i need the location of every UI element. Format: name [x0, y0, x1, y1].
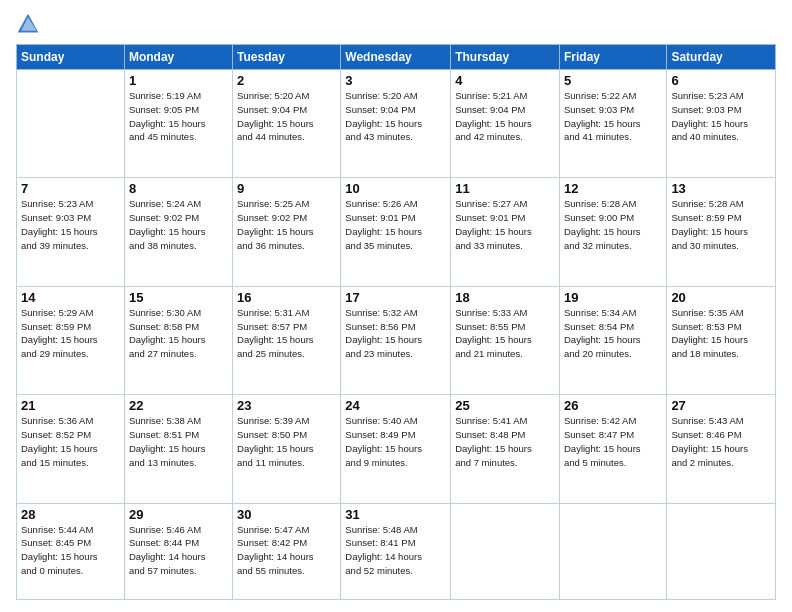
day-number: 3 — [345, 73, 446, 88]
day-number: 29 — [129, 507, 228, 522]
weekday-header-tuesday: Tuesday — [233, 45, 341, 70]
day-info: Sunrise: 5:34 AMSunset: 8:54 PMDaylight:… — [564, 306, 662, 361]
weekday-header-friday: Friday — [559, 45, 666, 70]
calendar-cell: 27Sunrise: 5:43 AMSunset: 8:46 PMDayligh… — [667, 395, 776, 503]
day-number: 26 — [564, 398, 662, 413]
day-number: 18 — [455, 290, 555, 305]
day-number: 1 — [129, 73, 228, 88]
day-info: Sunrise: 5:41 AMSunset: 8:48 PMDaylight:… — [455, 414, 555, 469]
calendar-cell: 29Sunrise: 5:46 AMSunset: 8:44 PMDayligh… — [124, 503, 232, 599]
day-info: Sunrise: 5:23 AMSunset: 9:03 PMDaylight:… — [21, 197, 120, 252]
day-number: 25 — [455, 398, 555, 413]
calendar-cell: 23Sunrise: 5:39 AMSunset: 8:50 PMDayligh… — [233, 395, 341, 503]
calendar-cell: 24Sunrise: 5:40 AMSunset: 8:49 PMDayligh… — [341, 395, 451, 503]
day-info: Sunrise: 5:20 AMSunset: 9:04 PMDaylight:… — [237, 89, 336, 144]
day-info: Sunrise: 5:32 AMSunset: 8:56 PMDaylight:… — [345, 306, 446, 361]
weekday-header-sunday: Sunday — [17, 45, 125, 70]
calendar-cell: 2Sunrise: 5:20 AMSunset: 9:04 PMDaylight… — [233, 70, 341, 178]
calendar-cell: 18Sunrise: 5:33 AMSunset: 8:55 PMDayligh… — [451, 286, 560, 394]
day-info: Sunrise: 5:33 AMSunset: 8:55 PMDaylight:… — [455, 306, 555, 361]
weekday-header-thursday: Thursday — [451, 45, 560, 70]
calendar-cell: 5Sunrise: 5:22 AMSunset: 9:03 PMDaylight… — [559, 70, 666, 178]
calendar-cell — [451, 503, 560, 599]
day-info: Sunrise: 5:36 AMSunset: 8:52 PMDaylight:… — [21, 414, 120, 469]
day-info: Sunrise: 5:31 AMSunset: 8:57 PMDaylight:… — [237, 306, 336, 361]
day-info: Sunrise: 5:38 AMSunset: 8:51 PMDaylight:… — [129, 414, 228, 469]
day-info: Sunrise: 5:44 AMSunset: 8:45 PMDaylight:… — [21, 523, 120, 578]
day-number: 19 — [564, 290, 662, 305]
day-info: Sunrise: 5:24 AMSunset: 9:02 PMDaylight:… — [129, 197, 228, 252]
logo — [16, 12, 44, 36]
calendar-cell: 10Sunrise: 5:26 AMSunset: 9:01 PMDayligh… — [341, 178, 451, 286]
day-info: Sunrise: 5:19 AMSunset: 9:05 PMDaylight:… — [129, 89, 228, 144]
day-number: 28 — [21, 507, 120, 522]
calendar-cell: 14Sunrise: 5:29 AMSunset: 8:59 PMDayligh… — [17, 286, 125, 394]
day-info: Sunrise: 5:23 AMSunset: 9:03 PMDaylight:… — [671, 89, 771, 144]
calendar-cell: 7Sunrise: 5:23 AMSunset: 9:03 PMDaylight… — [17, 178, 125, 286]
day-info: Sunrise: 5:43 AMSunset: 8:46 PMDaylight:… — [671, 414, 771, 469]
logo-icon — [16, 12, 40, 36]
header — [16, 12, 776, 36]
weekday-header-row: SundayMondayTuesdayWednesdayThursdayFrid… — [17, 45, 776, 70]
calendar-cell: 6Sunrise: 5:23 AMSunset: 9:03 PMDaylight… — [667, 70, 776, 178]
day-info: Sunrise: 5:47 AMSunset: 8:42 PMDaylight:… — [237, 523, 336, 578]
calendar-cell: 20Sunrise: 5:35 AMSunset: 8:53 PMDayligh… — [667, 286, 776, 394]
day-number: 11 — [455, 181, 555, 196]
calendar-cell: 16Sunrise: 5:31 AMSunset: 8:57 PMDayligh… — [233, 286, 341, 394]
day-info: Sunrise: 5:20 AMSunset: 9:04 PMDaylight:… — [345, 89, 446, 144]
calendar-cell — [667, 503, 776, 599]
day-number: 12 — [564, 181, 662, 196]
day-info: Sunrise: 5:39 AMSunset: 8:50 PMDaylight:… — [237, 414, 336, 469]
calendar-cell: 1Sunrise: 5:19 AMSunset: 9:05 PMDaylight… — [124, 70, 232, 178]
day-info: Sunrise: 5:22 AMSunset: 9:03 PMDaylight:… — [564, 89, 662, 144]
day-info: Sunrise: 5:26 AMSunset: 9:01 PMDaylight:… — [345, 197, 446, 252]
calendar-cell: 3Sunrise: 5:20 AMSunset: 9:04 PMDaylight… — [341, 70, 451, 178]
day-number: 10 — [345, 181, 446, 196]
day-number: 21 — [21, 398, 120, 413]
day-info: Sunrise: 5:30 AMSunset: 8:58 PMDaylight:… — [129, 306, 228, 361]
day-info: Sunrise: 5:35 AMSunset: 8:53 PMDaylight:… — [671, 306, 771, 361]
weekday-header-saturday: Saturday — [667, 45, 776, 70]
day-info: Sunrise: 5:27 AMSunset: 9:01 PMDaylight:… — [455, 197, 555, 252]
calendar-table: SundayMondayTuesdayWednesdayThursdayFrid… — [16, 44, 776, 600]
day-info: Sunrise: 5:21 AMSunset: 9:04 PMDaylight:… — [455, 89, 555, 144]
calendar-cell: 31Sunrise: 5:48 AMSunset: 8:41 PMDayligh… — [341, 503, 451, 599]
calendar-week-row: 21Sunrise: 5:36 AMSunset: 8:52 PMDayligh… — [17, 395, 776, 503]
day-number: 23 — [237, 398, 336, 413]
calendar-cell: 17Sunrise: 5:32 AMSunset: 8:56 PMDayligh… — [341, 286, 451, 394]
calendar-cell: 15Sunrise: 5:30 AMSunset: 8:58 PMDayligh… — [124, 286, 232, 394]
day-info: Sunrise: 5:28 AMSunset: 9:00 PMDaylight:… — [564, 197, 662, 252]
day-info: Sunrise: 5:40 AMSunset: 8:49 PMDaylight:… — [345, 414, 446, 469]
calendar-cell: 22Sunrise: 5:38 AMSunset: 8:51 PMDayligh… — [124, 395, 232, 503]
day-info: Sunrise: 5:48 AMSunset: 8:41 PMDaylight:… — [345, 523, 446, 578]
day-number: 30 — [237, 507, 336, 522]
day-info: Sunrise: 5:46 AMSunset: 8:44 PMDaylight:… — [129, 523, 228, 578]
day-info: Sunrise: 5:42 AMSunset: 8:47 PMDaylight:… — [564, 414, 662, 469]
calendar-cell: 30Sunrise: 5:47 AMSunset: 8:42 PMDayligh… — [233, 503, 341, 599]
day-info: Sunrise: 5:28 AMSunset: 8:59 PMDaylight:… — [671, 197, 771, 252]
day-number: 15 — [129, 290, 228, 305]
calendar-week-row: 14Sunrise: 5:29 AMSunset: 8:59 PMDayligh… — [17, 286, 776, 394]
calendar-week-row: 1Sunrise: 5:19 AMSunset: 9:05 PMDaylight… — [17, 70, 776, 178]
day-number: 4 — [455, 73, 555, 88]
calendar-cell: 4Sunrise: 5:21 AMSunset: 9:04 PMDaylight… — [451, 70, 560, 178]
calendar-week-row: 7Sunrise: 5:23 AMSunset: 9:03 PMDaylight… — [17, 178, 776, 286]
day-number: 2 — [237, 73, 336, 88]
page: SundayMondayTuesdayWednesdayThursdayFrid… — [0, 0, 792, 612]
calendar-cell: 13Sunrise: 5:28 AMSunset: 8:59 PMDayligh… — [667, 178, 776, 286]
calendar-cell: 21Sunrise: 5:36 AMSunset: 8:52 PMDayligh… — [17, 395, 125, 503]
day-number: 22 — [129, 398, 228, 413]
day-info: Sunrise: 5:25 AMSunset: 9:02 PMDaylight:… — [237, 197, 336, 252]
calendar-cell — [559, 503, 666, 599]
day-number: 5 — [564, 73, 662, 88]
day-info: Sunrise: 5:29 AMSunset: 8:59 PMDaylight:… — [21, 306, 120, 361]
calendar-cell: 26Sunrise: 5:42 AMSunset: 8:47 PMDayligh… — [559, 395, 666, 503]
calendar-week-row: 28Sunrise: 5:44 AMSunset: 8:45 PMDayligh… — [17, 503, 776, 599]
weekday-header-wednesday: Wednesday — [341, 45, 451, 70]
day-number: 20 — [671, 290, 771, 305]
calendar-cell: 28Sunrise: 5:44 AMSunset: 8:45 PMDayligh… — [17, 503, 125, 599]
day-number: 17 — [345, 290, 446, 305]
day-number: 31 — [345, 507, 446, 522]
day-number: 24 — [345, 398, 446, 413]
day-number: 14 — [21, 290, 120, 305]
